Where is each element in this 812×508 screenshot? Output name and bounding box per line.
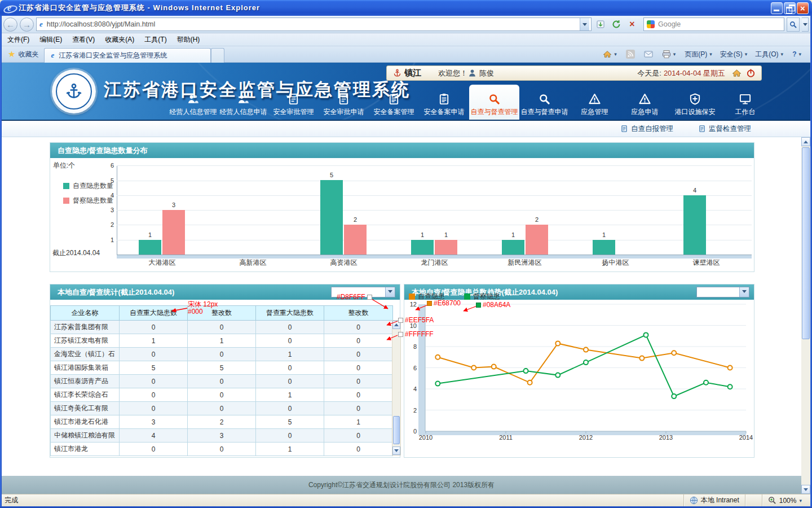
scroll-up-button[interactable] bbox=[801, 137, 810, 146]
stat-table: 企业名称自查重大隐患数整改数督查重大隐患数整改数江苏索普集团有限0000江苏镇江… bbox=[50, 305, 393, 456]
table-row[interactable]: 镇江恒泰沥青产品0000 bbox=[51, 375, 393, 388]
scroll-down-button[interactable] bbox=[392, 446, 400, 455]
combo-arrow-icon[interactable] bbox=[385, 287, 395, 297]
refresh-button[interactable] bbox=[610, 17, 623, 31]
subnav-item-self-report-manage[interactable]: 自查自报管理 bbox=[620, 124, 673, 134]
emergency-manage-icon bbox=[588, 91, 601, 106]
stop-button[interactable]: × bbox=[625, 17, 639, 31]
address-input[interactable]: e http://localhost:8080/yjpt/Main.html bbox=[36, 17, 592, 31]
nav-item-safety-approval-apply[interactable]: 安全审批申请 bbox=[319, 85, 369, 120]
page-footer: Copyright©江苏省交通规划设计院股份有限公司 2013版权所有 bbox=[0, 476, 803, 494]
subnav-item-supervision-check-manage[interactable]: 监督检查管理 bbox=[698, 124, 751, 134]
cell: 镇江港国际集装箱 bbox=[51, 361, 120, 375]
google-logo-icon bbox=[647, 20, 655, 28]
safety-approval-apply-icon bbox=[337, 91, 350, 106]
nav-item-safety-filing-apply[interactable]: 安全备案申请 bbox=[419, 85, 469, 120]
category-label: 谏壁港区 bbox=[661, 258, 752, 268]
cell: 0 bbox=[188, 321, 256, 334]
help-button[interactable]: ? ▾ bbox=[788, 49, 805, 60]
table-scrollbar[interactable] bbox=[392, 320, 401, 456]
status-spacer bbox=[745, 494, 762, 506]
scroll-down-button[interactable] bbox=[801, 485, 810, 494]
emergency-apply-icon bbox=[638, 91, 651, 106]
cell: 0 bbox=[188, 375, 256, 388]
toolbar-text-button[interactable]: 工具(O)▾ bbox=[751, 48, 787, 61]
column-header: 督查重大隐患数 bbox=[256, 306, 324, 321]
forward-button[interactable]: → bbox=[20, 17, 34, 32]
back-button[interactable]: ← bbox=[3, 17, 17, 32]
table-row[interactable]: 江苏索普集团有限0000 bbox=[51, 321, 393, 334]
combo-arrow-icon[interactable] bbox=[739, 287, 749, 297]
sub-nav: 自查自报管理监督检查管理 bbox=[0, 121, 812, 137]
annotation-font-spec: 宋体 12px #000 bbox=[188, 301, 218, 316]
bar-value-label: 2 bbox=[344, 216, 367, 223]
toolbar-text-buttons: 页面(P)▾安全(S)▾工具(O)▾ bbox=[681, 48, 787, 61]
search-button[interactable] bbox=[787, 17, 800, 32]
menu-item[interactable]: 文件(F) bbox=[2, 33, 34, 46]
column-header: 整改数 bbox=[324, 306, 393, 321]
menu-item[interactable]: 帮助(H) bbox=[172, 33, 205, 46]
y-tick-label: 6 bbox=[103, 162, 114, 169]
cell: 1 bbox=[256, 348, 324, 361]
feeds-button[interactable] bbox=[622, 48, 639, 60]
nav-item-safety-filing-manage[interactable]: 安全备案管理 bbox=[369, 85, 419, 120]
nav-item-label: 经营人信息管理 bbox=[170, 107, 217, 117]
bar-value-label: 4 bbox=[683, 187, 706, 194]
nav-item-port-facility-security[interactable]: 港口设施保安 bbox=[670, 85, 720, 120]
table-row[interactable]: 镇江市港龙0010 bbox=[51, 443, 393, 456]
toolbar-text-button[interactable]: 安全(S)▾ bbox=[716, 48, 752, 61]
table-row[interactable]: 江苏镇江发电有限1100 bbox=[51, 334, 393, 348]
nav-item-inspection-supervision-apply[interactable]: 自查与督查申请 bbox=[519, 85, 570, 120]
print-button[interactable]: ▾ bbox=[658, 48, 680, 60]
subnav-item-label: 监督检查管理 bbox=[709, 124, 751, 134]
scroll-thumb[interactable] bbox=[393, 416, 400, 444]
menu-item[interactable]: 收藏夹(A) bbox=[100, 33, 139, 46]
nav-item-operator-info-manage[interactable]: 经营人信息管理 bbox=[168, 85, 218, 120]
nav-item-workbench[interactable]: 工作台 bbox=[720, 85, 770, 120]
table-row[interactable]: 镇江奇美化工有限0000 bbox=[51, 402, 393, 415]
table-row[interactable]: 镇江港国际集装箱5500 bbox=[51, 361, 393, 375]
user-name: 陈俊 bbox=[479, 68, 494, 78]
compatibility-button[interactable] bbox=[594, 17, 607, 31]
table-row[interactable]: 金海宏业（镇江）石0010 bbox=[51, 348, 393, 361]
minimize-button[interactable] bbox=[771, 2, 783, 14]
cell: 中储粮镇江粮油有限 bbox=[51, 429, 120, 443]
category-label: 新民洲港区 bbox=[479, 258, 570, 268]
table-row[interactable]: 镇江李长荣综合石0010 bbox=[51, 388, 393, 402]
table-row[interactable]: 镇江市港龙石化港3251 bbox=[51, 415, 393, 429]
search-input[interactable]: Google bbox=[643, 17, 784, 31]
read-mail-button[interactable] bbox=[640, 48, 657, 60]
maximize-button[interactable] bbox=[784, 2, 796, 14]
browser-tab[interactable]: e 江苏省港口安全监管与应急管理系统 bbox=[44, 48, 211, 63]
home-shortcut-button[interactable] bbox=[732, 68, 742, 78]
favorites-button[interactable]: ★ 收藏夹 bbox=[2, 47, 44, 62]
search-dropdown[interactable] bbox=[802, 17, 809, 32]
cell: 1 bbox=[256, 388, 324, 402]
table-row[interactable]: 中储粮镇江粮油有限4300 bbox=[51, 429, 393, 443]
y-tick-label: 4 bbox=[103, 192, 114, 199]
page-scrollbar[interactable] bbox=[801, 137, 810, 494]
status-bar: 完成 本地 Intranet 100% ▾ bbox=[0, 494, 812, 506]
printer-icon bbox=[662, 50, 671, 59]
menu-item[interactable]: 编辑(E) bbox=[34, 33, 67, 46]
home-button[interactable]: ▾ bbox=[599, 48, 621, 60]
cell: 镇江恒泰沥青产品 bbox=[51, 375, 120, 388]
scroll-thumb[interactable] bbox=[802, 147, 810, 339]
toolbar-text-button[interactable]: 页面(P)▾ bbox=[681, 48, 716, 61]
menu-item[interactable]: 工具(T) bbox=[139, 33, 171, 46]
nav-item-safety-approval-manage[interactable]: 安全审批管理 bbox=[268, 85, 319, 120]
svg-text:8: 8 bbox=[413, 343, 417, 350]
nav-item-emergency-manage[interactable]: 应急管理 bbox=[570, 85, 620, 120]
trend-filter-select[interactable] bbox=[696, 287, 749, 297]
port-facility-security-icon bbox=[689, 91, 701, 106]
menu-item[interactable]: 查看(V) bbox=[67, 33, 100, 46]
nav-item-operator-info-apply[interactable]: 经营人信息申请 bbox=[218, 85, 268, 120]
nav-item-inspection-supervision-manage[interactable]: 自查与督查管理 bbox=[469, 85, 519, 120]
close-button[interactable]: × bbox=[797, 2, 809, 14]
address-dropdown[interactable] bbox=[580, 18, 589, 30]
logout-button[interactable] bbox=[746, 68, 756, 78]
zoom-control[interactable]: 100% ▾ bbox=[762, 494, 807, 506]
nav-item-emergency-apply[interactable]: 应急申请 bbox=[620, 85, 670, 120]
new-tab-stub[interactable] bbox=[211, 48, 224, 63]
cell: 0 bbox=[324, 334, 393, 348]
